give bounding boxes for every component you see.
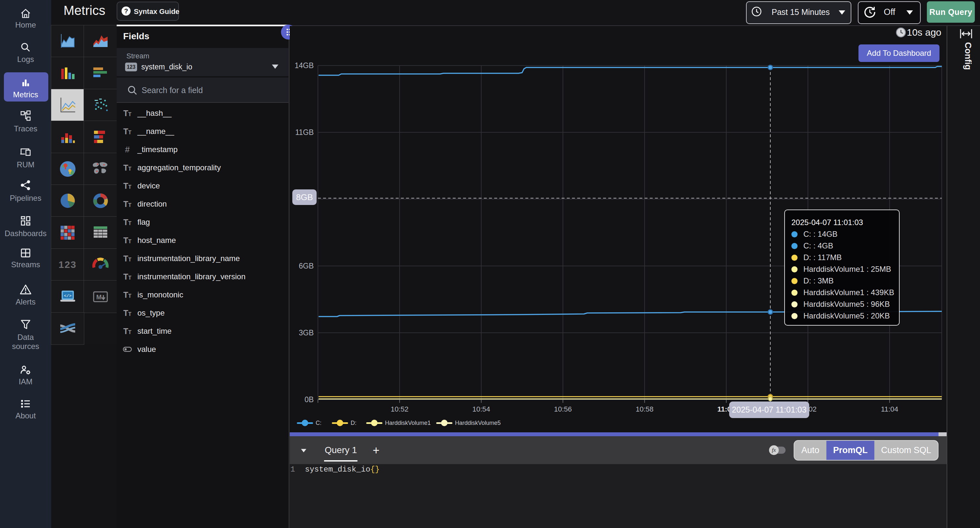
- svg-text:M: M: [96, 294, 102, 301]
- svg-text:</>: </>: [64, 294, 72, 298]
